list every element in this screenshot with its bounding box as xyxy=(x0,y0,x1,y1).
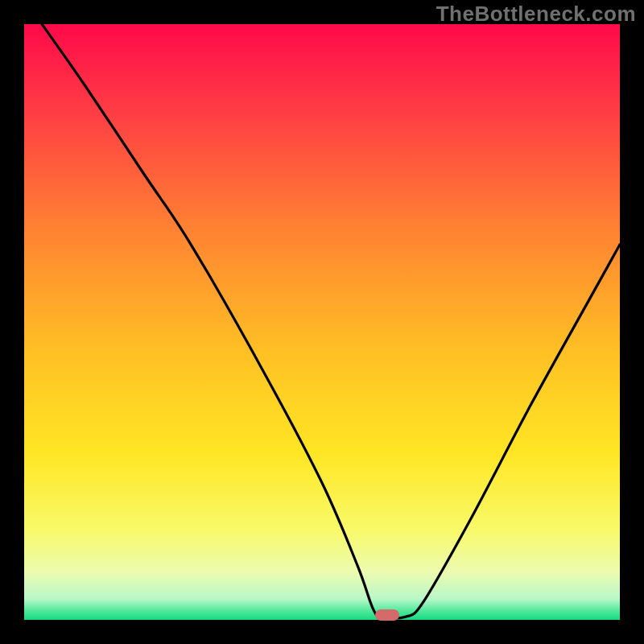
minimum-marker xyxy=(375,609,399,621)
watermark-text: TheBottleneck.com xyxy=(436,2,636,27)
gradient-rect xyxy=(24,24,620,620)
plot-area xyxy=(24,24,620,620)
plot-svg xyxy=(24,24,620,620)
chart-frame: TheBottleneck.com xyxy=(0,0,644,644)
